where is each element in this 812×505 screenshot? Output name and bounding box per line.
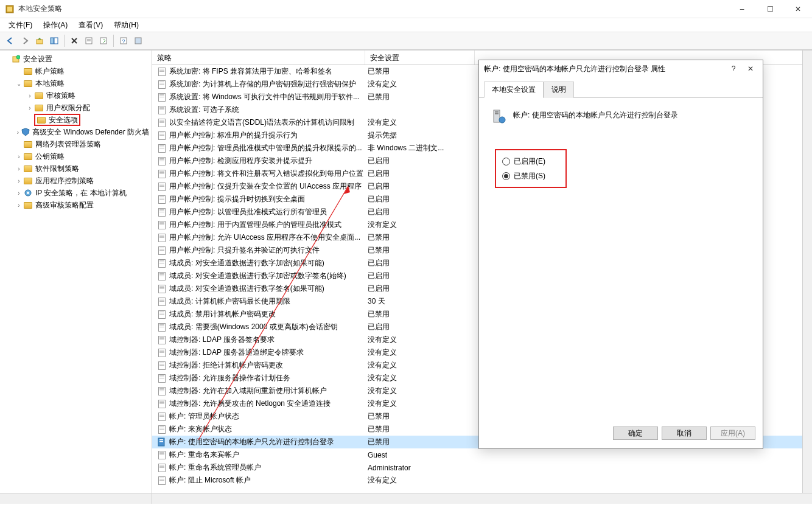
expander-icon[interactable]: › — [26, 105, 34, 111]
svg-rect-18 — [159, 441, 163, 442]
policy-setting: 没有定义 — [365, 79, 475, 89]
policy-label: 用户帐户控制: 仅提升安装在安全位置的 UIAccess 应用程序 — [169, 181, 362, 192]
expander-icon[interactable]: ⌄ — [15, 80, 23, 87]
tree-node[interactable]: 网络列表管理器策略 — [0, 138, 152, 150]
tree-node-label: 公钥策略 — [35, 152, 65, 162]
tree-node[interactable]: ›高级审核策略配置 — [0, 199, 152, 211]
column-header-policy[interactable]: 策略 — [152, 50, 365, 64]
close-button[interactable]: ✕ — [784, 0, 812, 18]
column-header-setting[interactable]: 安全设置 — [365, 50, 475, 64]
tree-horizontal-scrollbar[interactable] — [0, 493, 152, 504]
expander-icon[interactable]: › — [15, 153, 23, 160]
list-horizontal-scrollbar[interactable] — [152, 493, 812, 504]
policy-row[interactable]: 帐户: 重命名系统管理员帐户Administrator — [152, 461, 802, 474]
policy-icon — [157, 450, 167, 460]
security-settings-icon — [11, 54, 21, 64]
minimize-button[interactable]: – — [728, 0, 756, 18]
expander-icon[interactable]: › — [15, 202, 23, 209]
tree-node[interactable]: ›高级安全 Windows Defender 防火墙 — [0, 126, 152, 138]
policy-icon — [157, 412, 167, 422]
policy-icon — [157, 118, 167, 128]
menu-help[interactable]: 帮助(H) — [109, 19, 144, 32]
expander-icon[interactable]: › — [15, 165, 23, 172]
tab-explain[interactable]: 说明 — [544, 82, 574, 98]
delete-button[interactable] — [68, 34, 81, 47]
cancel-button[interactable]: 取消 — [662, 427, 707, 440]
policy-icon — [157, 67, 167, 77]
radio-circle-checked-icon — [502, 172, 510, 180]
tree-root[interactable]: 安全设置 — [0, 53, 152, 65]
dialog-close-button[interactable]: ✕ — [742, 64, 759, 73]
menu-file[interactable]: 文件(F) — [4, 19, 37, 32]
svg-rect-17 — [159, 439, 163, 441]
policy-setting: 已禁用 — [365, 66, 475, 77]
policy-icon — [157, 105, 167, 115]
tree-pane[interactable]: 安全设置 帐户策略⌄本地策略›审核策略›用户权限分配安全选项›高级安全 Wind… — [0, 50, 152, 493]
show-hide-button[interactable] — [47, 34, 61, 47]
policy-icon — [157, 425, 167, 434]
policy-label: 系统设置: 将 Windows 可执行文件中的证书规则用于软件... — [169, 92, 359, 102]
policy-label: 域成员: 计算机帐户密码最长使用期限 — [169, 296, 290, 307]
tree-node[interactable]: ›应用程序控制策略 — [0, 175, 152, 187]
tree-node[interactable]: 帐户策略 — [0, 65, 152, 77]
policy-label: 域控制器: 允许易受攻击的 Netlogon 安全通道连接 — [169, 399, 331, 409]
vertical-scrollbar[interactable] — [802, 50, 812, 493]
policy-label: 用户帐户控制: 允许 UIAccess 应用程序在不使用安全桌面... — [169, 232, 360, 243]
expander-icon[interactable]: › — [26, 92, 34, 99]
window-title: 本地安全策略 — [18, 4, 728, 14]
menu-view[interactable]: 查看(V) — [74, 19, 108, 32]
properties-button[interactable] — [82, 34, 96, 47]
help-button[interactable]: ? — [117, 34, 130, 47]
tree-node[interactable]: ›公钥策略 — [0, 150, 152, 162]
forward-button[interactable] — [18, 34, 32, 47]
properties-dialog: 帐户: 使用空密码的本地帐户只允许进行控制台登录 属性 ? ✕ 本地安全设置 说… — [478, 60, 763, 449]
expander-icon[interactable]: › — [15, 178, 23, 184]
tree-node[interactable]: ›IP 安全策略，在 本地计算机 — [0, 187, 152, 199]
expander-icon[interactable]: › — [15, 190, 23, 197]
policy-icon — [157, 195, 167, 204]
tree-node-label: 审核策略 — [46, 91, 75, 101]
tree-node[interactable]: ›用户权限分配 — [0, 102, 152, 114]
policy-label: 域成员: 对安全通道数据进行数字加密(如果可能) — [169, 258, 324, 268]
svg-rect-3 — [51, 38, 54, 44]
policy-setting: 提示凭据 — [365, 130, 475, 141]
window-titlebar: 本地安全策略 – ☐ ✕ — [0, 0, 812, 18]
maximize-button[interactable]: ☐ — [756, 0, 784, 18]
policy-icon — [157, 361, 167, 371]
expander-icon[interactable]: › — [15, 129, 21, 136]
dialog-help-button[interactable]: ? — [725, 64, 742, 73]
app-icon — [5, 4, 15, 14]
policy-setting: 没有定义 — [365, 117, 475, 128]
policy-label: 用户帐户控制: 标准用户的提升提示行为 — [169, 130, 298, 141]
apply-button[interactable]: 应用(A) — [710, 427, 755, 440]
export-button[interactable] — [97, 34, 110, 47]
radio-enabled[interactable]: 已启用(E) — [502, 154, 559, 169]
policy-setting: 非 Windows 二进制文... — [365, 143, 475, 153]
tree-node[interactable]: ›审核策略 — [0, 89, 152, 102]
refresh-button[interactable] — [131, 34, 145, 47]
back-button[interactable] — [4, 34, 17, 47]
dialog-titlebar[interactable]: 帐户: 使用空密码的本地帐户只允许进行控制台登录 属性 ? ✕ — [479, 60, 763, 77]
policy-row[interactable]: 帐户: 阻止 Microsoft 帐户没有定义 — [152, 474, 802, 487]
policy-icon — [157, 156, 167, 166]
policy-label: 域成员: 对安全通道数据进行数字签名(如果可能) — [169, 284, 324, 294]
policy-row[interactable]: 帐户: 重命名来宾帐户Guest — [152, 448, 802, 461]
radio-disabled[interactable]: 已禁用(S) — [502, 169, 559, 183]
svg-rect-1 — [7, 7, 12, 12]
tree-node[interactable]: ›软件限制策略 — [0, 162, 152, 175]
policy-setting: 没有定义 — [365, 335, 475, 345]
tree-node-label: 安全选项 — [49, 115, 78, 125]
up-button[interactable] — [33, 34, 46, 47]
menu-action[interactable]: 操作(A) — [38, 19, 72, 32]
tab-local-security[interactable]: 本地安全设置 — [484, 82, 544, 98]
policy-setting: 30 天 — [365, 296, 475, 307]
policy-label: 用户帐户控制: 提示提升时切换到安全桌面 — [169, 194, 305, 204]
policy-label: 帐户: 阻止 Microsoft 帐户 — [169, 475, 251, 486]
policy-label: 用户帐户控制: 将文件和注册表写入错误虚拟化到每用户位置 — [169, 169, 363, 179]
policy-setting: 已启用 — [365, 322, 475, 332]
ok-button[interactable]: 确定 — [613, 427, 658, 440]
tree-node[interactable]: ⌄本地策略 — [0, 77, 152, 89]
tree-node-label: IP 安全策略，在 本地计算机 — [35, 188, 127, 198]
folder-icon — [37, 115, 46, 125]
tree-node[interactable]: 安全选项 — [0, 114, 152, 126]
